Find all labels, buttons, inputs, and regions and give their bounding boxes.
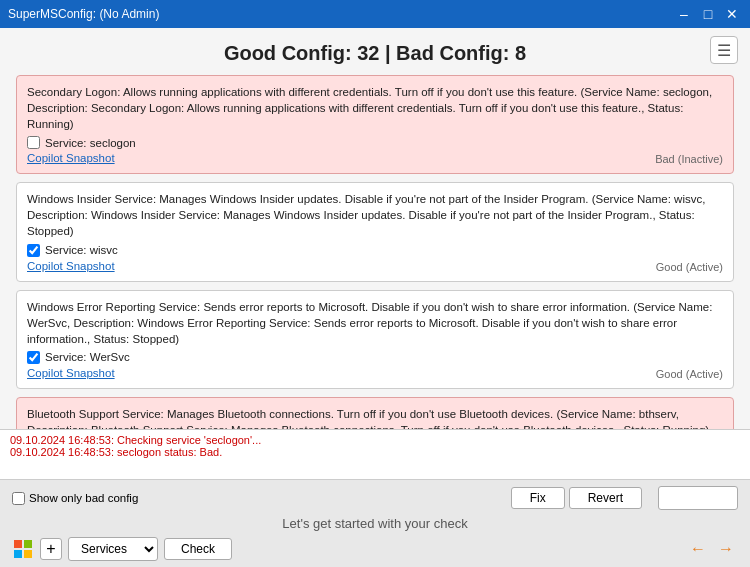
service-description: Windows Insider Service: Manages Windows… bbox=[27, 191, 723, 239]
revert-button[interactable]: Revert bbox=[569, 487, 642, 509]
search-input[interactable] bbox=[658, 486, 738, 510]
service-list: Secondary Logon: Allows running applicat… bbox=[0, 75, 750, 429]
service-name-label: Service: seclogon bbox=[45, 137, 136, 149]
service-checkbox-row: Service: seclogon bbox=[27, 136, 723, 149]
fix-revert-buttons: Fix Revert bbox=[511, 487, 642, 509]
minimize-button[interactable]: – bbox=[674, 4, 694, 24]
copilot-snapshot-link[interactable]: Copilot Snapshot bbox=[27, 260, 115, 272]
maximize-button[interactable]: □ bbox=[698, 4, 718, 24]
service-description: Windows Error Reporting Service: Sends e… bbox=[27, 299, 723, 347]
service-checkbox-row: Service: wisvc bbox=[27, 244, 723, 257]
service-name-label: Service: wisvc bbox=[45, 244, 118, 256]
status-label: Good (Active) bbox=[656, 261, 723, 273]
status-label: Bad (Inactive) bbox=[655, 153, 723, 165]
bottom-bar-row1: Show only bad config Fix Revert bbox=[12, 486, 738, 510]
service-item: Windows Insider Service: Manages Windows… bbox=[16, 182, 734, 281]
title-bar: SuperMSConfig: (No Admin) – □ ✕ bbox=[0, 0, 750, 28]
show-bad-config-label[interactable]: Show only bad config bbox=[12, 492, 138, 505]
add-button[interactable]: + bbox=[40, 538, 62, 560]
log-entry: 09.10.2024 16:48:53: seclogon status: Ba… bbox=[10, 446, 740, 458]
back-arrow-button[interactable]: ← bbox=[686, 537, 710, 561]
forward-arrow-button[interactable]: → bbox=[714, 537, 738, 561]
service-checkbox-row: Service: WerSvc bbox=[27, 351, 723, 364]
service-name-label: Service: WerSvc bbox=[45, 351, 130, 363]
page-header: Good Config: 32 | Bad Config: 8 bbox=[0, 28, 750, 75]
navigation-arrows: ← → bbox=[686, 537, 738, 561]
service-item: Secondary Logon: Allows running applicat… bbox=[16, 75, 734, 174]
fix-button[interactable]: Fix bbox=[511, 487, 565, 509]
window-controls: – □ ✕ bbox=[674, 4, 742, 24]
main-content: ☰ Good Config: 32 | Bad Config: 8 Second… bbox=[0, 28, 750, 567]
bottom-bar: Show only bad config Fix Revert Let's ge… bbox=[0, 479, 750, 567]
svg-rect-2 bbox=[14, 550, 22, 558]
service-checkbox[interactable] bbox=[27, 351, 40, 364]
log-entry: 09.10.2024 16:48:53: Checking service 's… bbox=[10, 434, 740, 446]
category-dropdown[interactable]: Services Startup Registry bbox=[68, 537, 158, 561]
close-button[interactable]: ✕ bbox=[722, 4, 742, 24]
service-checkbox[interactable] bbox=[27, 244, 40, 257]
bottom-bar-row3: + Services Startup Registry Check ← → bbox=[12, 537, 738, 561]
svg-rect-1 bbox=[24, 540, 32, 548]
service-item: Bluetooth Support Service: Manages Bluet… bbox=[16, 397, 734, 429]
windows-icon bbox=[12, 538, 34, 560]
service-description: Bluetooth Support Service: Manages Bluet… bbox=[27, 406, 723, 429]
svg-rect-3 bbox=[24, 550, 32, 558]
status-label: Good (Active) bbox=[656, 368, 723, 380]
hamburger-menu-button[interactable]: ☰ bbox=[710, 36, 738, 64]
service-checkbox[interactable] bbox=[27, 136, 40, 149]
app-title: SuperMSConfig: (No Admin) bbox=[8, 7, 159, 21]
service-description: Secondary Logon: Allows running applicat… bbox=[27, 84, 723, 132]
prompt-text: Let's get started with your check bbox=[12, 514, 738, 533]
service-item: Windows Error Reporting Service: Sends e… bbox=[16, 290, 734, 389]
copilot-snapshot-link[interactable]: Copilot Snapshot bbox=[27, 152, 115, 164]
show-bad-config-checkbox[interactable] bbox=[12, 492, 25, 505]
show-bad-config-text: Show only bad config bbox=[29, 492, 138, 504]
copilot-snapshot-link[interactable]: Copilot Snapshot bbox=[27, 367, 115, 379]
svg-rect-0 bbox=[14, 540, 22, 548]
log-area: 09.10.2024 16:48:53: Checking service 's… bbox=[0, 429, 750, 479]
menu-icon-area: ☰ bbox=[710, 36, 738, 64]
check-button[interactable]: Check bbox=[164, 538, 232, 560]
